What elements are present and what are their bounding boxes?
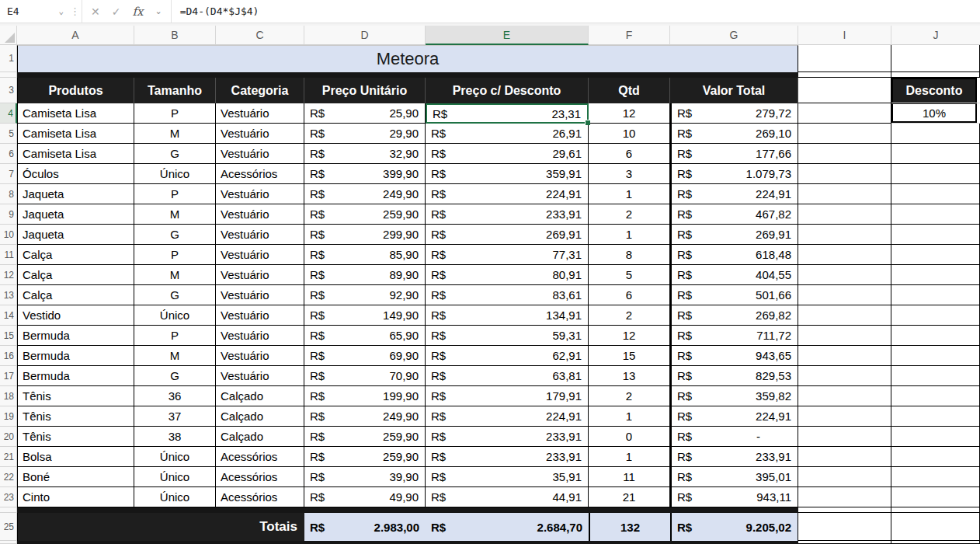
empty-cell[interactable] (891, 72, 980, 78)
cell-categoria[interactable]: Calçado (216, 427, 304, 447)
cell-preco-desconto[interactable]: R$179,91 (426, 386, 589, 406)
cell-preco-desconto[interactable]: R$35,91 (426, 467, 589, 487)
cell-qtd[interactable]: 0 (589, 427, 670, 447)
cell-produto[interactable]: Calça (17, 285, 134, 305)
cell-preco-unitario[interactable]: R$39,90 (304, 467, 426, 487)
black-separator-row[interactable] (17, 72, 798, 78)
cell-categoria[interactable]: Vestuário (216, 326, 304, 346)
col-header-d[interactable]: D (304, 26, 426, 45)
empty-cell[interactable] (891, 326, 980, 346)
empty-cell[interactable] (798, 265, 891, 285)
total-qtd[interactable]: 132 (589, 513, 670, 541)
empty-cell[interactable] (891, 225, 980, 245)
desconto-header-cell[interactable]: Desconto (891, 78, 980, 103)
cell-qtd[interactable]: 1 (589, 447, 670, 467)
cell-qtd[interactable]: 1 (589, 184, 670, 204)
col-header-f[interactable]: F (589, 26, 670, 45)
row-header[interactable]: 9 (0, 204, 17, 225)
black-separator-row[interactable] (17, 507, 798, 513)
cell-valor-total[interactable]: R$467,82 (670, 204, 798, 225)
cell-tamanho[interactable]: Único (134, 164, 216, 184)
empty-cell[interactable] (798, 386, 891, 406)
empty-cell[interactable] (798, 45, 891, 72)
cell-preco-desconto[interactable]: R$62,91 (426, 346, 589, 366)
formula-input[interactable]: =D4-(D4*$J$4) (172, 0, 980, 23)
cell-valor-total[interactable]: R$233,91 (670, 447, 798, 467)
cell-valor-total[interactable]: R$1.079,73 (670, 164, 798, 184)
empty-cell[interactable] (891, 285, 980, 305)
row-header[interactable]: 8 (0, 184, 17, 204)
empty-cell[interactable] (891, 366, 980, 386)
cell-produto[interactable]: Jaqueta (17, 204, 134, 225)
cell-qtd[interactable]: 8 (589, 245, 670, 265)
cell-tamanho[interactable]: P (134, 184, 216, 204)
totals-label[interactable]: Totais (17, 513, 304, 541)
cell-categoria[interactable]: Acessórios (216, 447, 304, 467)
empty-cell[interactable] (891, 245, 980, 265)
cell-tamanho[interactable]: M (134, 204, 216, 225)
row-header[interactable]: 6 (0, 144, 17, 164)
cell-produto[interactable]: Óculos (17, 164, 134, 184)
header-valor-total[interactable]: Valor Total (670, 78, 798, 103)
cell-categoria[interactable]: Vestuário (216, 184, 304, 204)
cell-preco-unitario[interactable]: R$89,90 (304, 265, 426, 285)
cell-qtd[interactable]: 3 (589, 164, 670, 184)
total-preco-unitario[interactable]: R$2.983,00 (304, 513, 426, 541)
cell-preco-desconto[interactable]: R$233,91 (426, 427, 589, 447)
empty-cell[interactable] (798, 184, 891, 204)
cell-categoria[interactable]: Vestuário (216, 245, 304, 265)
cell-produto[interactable]: Calça (17, 265, 134, 285)
cell-categoria[interactable]: Vestuário (216, 366, 304, 386)
cell-valor-total[interactable]: R$829,53 (670, 366, 798, 386)
row-header[interactable]: 17 (0, 366, 17, 386)
cell-tamanho[interactable]: M (134, 346, 216, 366)
cell-preco-unitario[interactable]: R$249,90 (304, 406, 426, 427)
cell-categoria[interactable]: Vestuário (216, 124, 304, 144)
row-header[interactable]: 23 (0, 487, 17, 507)
cell-preco-unitario[interactable]: R$85,90 (304, 245, 426, 265)
cell-produto[interactable]: Tênis (17, 386, 134, 406)
cell-preco-desconto[interactable]: R$29,61 (426, 144, 589, 164)
cell-preco-unitario[interactable]: R$249,90 (304, 184, 426, 204)
col-header-b[interactable]: B (134, 26, 216, 45)
cell-preco-unitario[interactable]: R$199,90 (304, 386, 426, 406)
row-header[interactable] (0, 72, 17, 78)
empty-cell[interactable] (798, 204, 891, 225)
header-tamanho[interactable]: Tamanho (134, 78, 216, 103)
header-preco-desconto[interactable]: Preço c/ Desconto (426, 78, 589, 103)
cell-produto[interactable]: Camiseta Lisa (17, 124, 134, 144)
empty-cell[interactable] (798, 225, 891, 245)
cell-qtd[interactable]: 2 (589, 386, 670, 406)
chevron-down-icon[interactable]: ⌄ (155, 7, 162, 16)
cell-tamanho[interactable]: 38 (134, 427, 216, 447)
cell-categoria[interactable]: Vestuário (216, 346, 304, 366)
cell-valor-total[interactable]: R$279,72 (670, 103, 798, 124)
cell-tamanho[interactable]: Único (134, 447, 216, 467)
cell-categoria[interactable]: Vestuário (216, 305, 304, 326)
empty-cell[interactable] (891, 45, 980, 72)
cell-preco-unitario[interactable]: R$65,90 (304, 326, 426, 346)
cell-preco-unitario[interactable]: R$49,90 (304, 487, 426, 507)
cell-qtd[interactable]: 1 (589, 406, 670, 427)
header-qtd[interactable]: Qtd (589, 78, 670, 103)
cell-preco-desconto[interactable]: R$80,91 (426, 265, 589, 285)
cell-preco-desconto-selected[interactable]: R$23,31 (426, 103, 589, 124)
cell-tamanho[interactable]: M (134, 265, 216, 285)
empty-cell[interactable] (891, 204, 980, 225)
chevron-down-icon[interactable]: ⌄ (58, 7, 64, 16)
cell-preco-desconto[interactable]: R$63,81 (426, 366, 589, 386)
header-produtos[interactable]: Produtos (17, 78, 134, 103)
cell-preco-unitario[interactable]: R$299,90 (304, 225, 426, 245)
cell-preco-desconto[interactable]: R$224,91 (426, 406, 589, 427)
cancel-button[interactable]: ✕ (91, 5, 100, 18)
cell-categoria[interactable]: Vestuário (216, 265, 304, 285)
cell-produto[interactable]: Jaqueta (17, 225, 134, 245)
cell-tamanho[interactable]: 37 (134, 406, 216, 427)
cell-valor-total[interactable]: R$- (670, 427, 798, 447)
cell-qtd[interactable]: 10 (589, 124, 670, 144)
row-header[interactable]: 13 (0, 285, 17, 305)
cell-qtd[interactable]: 6 (589, 285, 670, 305)
cell-valor-total[interactable]: R$395,01 (670, 467, 798, 487)
empty-cell[interactable] (891, 305, 980, 326)
cell-tamanho[interactable]: P (134, 103, 216, 124)
